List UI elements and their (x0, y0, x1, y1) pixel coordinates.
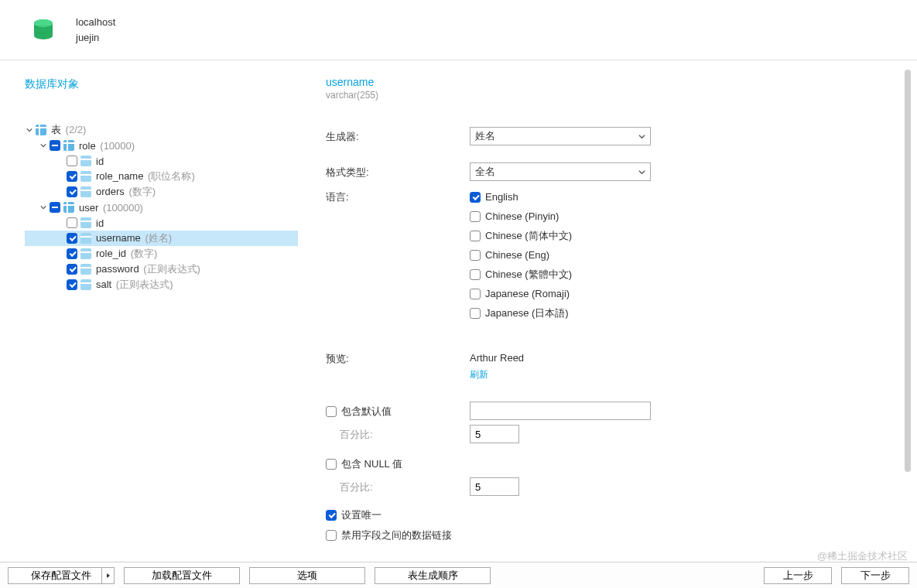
tree-column-id[interactable]: id (25, 153, 298, 169)
language-label: 语言: (326, 187, 470, 204)
preview-label: 预览: (326, 349, 470, 366)
expander-icon[interactable] (39, 141, 48, 150)
column-checkbox[interactable] (67, 186, 77, 197)
language-label: Japanese (Romaji) (485, 288, 570, 299)
column-checkbox[interactable] (67, 233, 77, 244)
scrollbar[interactable] (905, 70, 911, 552)
language-option[interactable]: Chinese (Eng) (470, 245, 572, 265)
format-select[interactable]: 全名 (470, 162, 651, 181)
include-null-label: 包含 NULL 值 (341, 457, 402, 471)
language-checkbox[interactable] (470, 289, 481, 299)
tree-column-role_id[interactable]: role_id (数字) (25, 246, 298, 262)
include-null-checkbox[interactable] (326, 459, 337, 470)
set-unique-label: 设置唯一 (341, 508, 382, 522)
language-label: Chinese (Eng) (485, 249, 549, 261)
language-option[interactable]: Japanese (日本語) (470, 303, 572, 323)
language-checkbox[interactable] (470, 231, 481, 241)
language-option[interactable]: Japanese (Romaji) (470, 284, 572, 303)
generator-label: 生成器: (326, 127, 470, 144)
expander-icon[interactable] (39, 203, 48, 212)
tree-column-username[interactable]: username (姓名) (25, 231, 298, 246)
tree-root-tables[interactable]: 表 (2/2) (25, 122, 298, 138)
null-pct-label: 百分比: (326, 477, 470, 494)
column-type: varchar(255) (326, 90, 902, 101)
table-group-icon (36, 125, 46, 135)
column-icon (80, 233, 91, 244)
save-profile-button[interactable]: 保存配置文件 (8, 567, 115, 584)
host-label: localhost (76, 15, 115, 30)
generator-select[interactable]: 姓名 (470, 127, 651, 145)
gen-order-button[interactable]: 表生成顺序 (375, 567, 491, 584)
expander-icon[interactable] (25, 125, 34, 135)
chevron-down-icon (638, 131, 645, 142)
column-icon (80, 279, 91, 290)
tree-column-password[interactable]: password (正则表达式) (25, 262, 298, 277)
language-option[interactable]: Chinese (Pinyin) (470, 207, 572, 226)
column-checkbox[interactable] (67, 156, 77, 166)
column-checkbox[interactable] (67, 217, 77, 228)
sidebar: 数据库对象 表 (2/2)role (10000)idrole_name (职位… (0, 60, 298, 562)
table-icon (63, 140, 74, 151)
header: localhost juejin (0, 0, 917, 60)
language-list: EnglishChinese (Pinyin)Chinese (简体中文)Chi… (470, 187, 572, 323)
database-label: juejin (76, 30, 115, 46)
collapse-toggle[interactable] (50, 202, 60, 213)
tree-column-id[interactable]: id (25, 215, 298, 231)
language-checkbox[interactable] (470, 269, 481, 280)
language-option[interactable]: Chinese (繁體中文) (470, 265, 572, 284)
dropdown-icon[interactable] (101, 568, 114, 583)
column-checkbox[interactable] (67, 248, 77, 259)
refresh-link[interactable]: 刷新 (470, 368, 524, 381)
database-icon (31, 18, 56, 43)
column-icon (80, 248, 91, 259)
sidebar-title: 数据库对象 (25, 77, 298, 91)
main-panel: username varchar(255) 生成器: 姓名 格式类型: 全名 (298, 60, 917, 562)
disable-link-checkbox[interactable] (326, 530, 337, 541)
next-button[interactable]: 下一步 (841, 567, 909, 584)
language-checkbox[interactable] (470, 192, 481, 203)
set-unique-checkbox[interactable] (326, 510, 337, 521)
column-icon (80, 156, 91, 166)
null-pct-input[interactable] (470, 477, 519, 496)
collapse-toggle[interactable] (50, 140, 60, 151)
column-checkbox[interactable] (67, 279, 77, 290)
prev-button[interactable]: 上一步 (764, 567, 832, 584)
options-button[interactable]: 选项 (249, 567, 365, 584)
language-label: Chinese (繁體中文) (485, 268, 572, 282)
svg-point-1 (34, 19, 53, 27)
language-checkbox[interactable] (470, 250, 481, 261)
column-title: username (326, 76, 902, 88)
tree-column-salt[interactable]: salt (正则表达式) (25, 277, 298, 292)
language-option[interactable]: English (470, 187, 572, 207)
language-checkbox[interactable] (470, 308, 481, 319)
language-label: Chinese (Pinyin) (485, 210, 559, 222)
default-value-input[interactable] (470, 402, 651, 420)
column-icon (80, 171, 91, 182)
table-icon (63, 202, 74, 213)
language-option[interactable]: Chinese (简体中文) (470, 226, 572, 245)
chevron-down-icon (638, 166, 645, 178)
disable-link-label: 禁用字段之间的数据链接 (341, 528, 452, 542)
default-pct-label: 百分比: (326, 425, 470, 442)
tree-table-user[interactable]: user (100000) (25, 200, 298, 215)
language-label: Chinese (简体中文) (485, 229, 572, 243)
include-default-checkbox[interactable] (326, 406, 337, 417)
load-profile-button[interactable]: 加载配置文件 (124, 567, 240, 584)
default-pct-input[interactable] (470, 425, 519, 443)
tree-column-role_name[interactable]: role_name (职位名称) (25, 169, 298, 184)
column-icon (80, 217, 91, 228)
footer: 保存配置文件 加载配置文件 选项 表生成顺序 上一步 下一步 (0, 562, 917, 588)
language-label: Japanese (日本語) (485, 306, 569, 320)
object-tree: 表 (2/2)role (10000)idrole_name (职位名称)ord… (25, 122, 298, 292)
column-icon (80, 186, 91, 197)
column-icon (80, 264, 91, 275)
language-label: English (485, 191, 518, 203)
language-checkbox[interactable] (470, 211, 481, 222)
tree-column-orders[interactable]: orders (数字) (25, 184, 298, 200)
tree-table-role[interactable]: role (10000) (25, 138, 298, 153)
column-checkbox[interactable] (67, 264, 77, 275)
column-checkbox[interactable] (67, 171, 77, 182)
format-label: 格式类型: (326, 162, 470, 179)
preview-value: Arthur Reed (470, 349, 524, 364)
include-default-label: 包含默认值 (341, 405, 392, 419)
